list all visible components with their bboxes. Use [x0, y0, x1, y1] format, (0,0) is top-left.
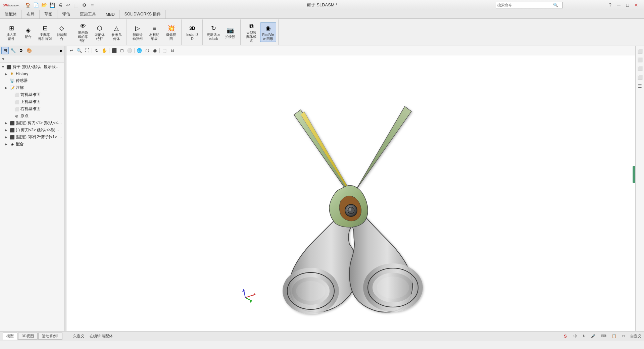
vt-view-btn[interactable]: 🌐 — [136, 47, 143, 54]
status-customize[interactable]: 自定义 — [630, 334, 641, 339]
tree-front-plane-item[interactable]: ⬜ 前视基准面 — [0, 91, 64, 98]
status-tab-3dview[interactable]: 3D视图 — [18, 333, 38, 340]
origin-icon: ⊕ — [14, 113, 19, 119]
tree-annotation-item[interactable]: ▶ 📝 注解 — [0, 84, 64, 91]
options-btn[interactable]: ≡ — [89, 1, 96, 9]
tab-evaluate[interactable]: 评估 — [57, 10, 75, 18]
panel-toggle[interactable] — [633, 166, 635, 183]
panel-tab-property[interactable]: 🔧 — [9, 47, 17, 54]
status-scissors-icon[interactable]: ✂ — [622, 334, 625, 338]
ribbon-group-show-buttons: 👁 显示隐 藏的零 部件 ⬡ 装配体 特征 △ 参考几 何体 — [75, 20, 125, 44]
search-box[interactable]: 🔍 — [496, 2, 563, 8]
snapshot-btn[interactable]: 📷 拍快照 — [222, 24, 238, 41]
vt-rotate-btn[interactable]: ↻ — [93, 47, 100, 54]
print-btn[interactable]: 🖨 — [56, 1, 64, 9]
status-tab-model[interactable]: 模型 — [3, 333, 17, 340]
rt-lights-btn[interactable]: ⬜ — [636, 65, 644, 72]
status-mic[interactable]: 🎤 — [591, 334, 596, 338]
new-btn[interactable]: 📄 — [32, 1, 40, 9]
vt-display-btn[interactable]: ⬡ — [143, 47, 151, 54]
update-speedpak-btn[interactable]: ↻ 更新 Speedpak — [205, 22, 221, 42]
vt-zoom-fit-btn[interactable]: ⛶ — [83, 47, 91, 54]
restore-btn[interactable]: □ — [624, 1, 631, 9]
status-keyboard[interactable]: ⌨ — [601, 334, 606, 338]
status-tab-motion[interactable]: 运动算例1 — [38, 333, 62, 340]
ribbon-group-speedpak: ↻ 更新 Speedpak 📷 拍快照 — [203, 19, 241, 45]
insert-component-btn[interactable]: ⊞ 插入零 部件 — [3, 22, 19, 42]
vt-shaded-btn[interactable]: ⬛ — [110, 47, 118, 54]
tab-assembly[interactable]: 装配体 — [0, 10, 22, 18]
assembly-feature-icon: ⬡ — [95, 23, 104, 33]
vt-zoom-in-btn[interactable]: 🔍 — [76, 47, 83, 54]
vt-arrow-btn[interactable]: ↩ — [68, 47, 75, 54]
rt-camera-btn[interactable]: ⬜ — [636, 73, 644, 81]
tab-sketch[interactable]: 草图 — [40, 10, 57, 18]
rt-appearance-btn[interactable]: ⬜ — [636, 47, 644, 55]
linear-pattern-label: 支配零 部件特列 — [38, 33, 52, 41]
explode-btn[interactable]: 💥 爆炸视 图 — [163, 22, 179, 42]
smart-mate-label: 智能配 合 — [55, 33, 69, 41]
tree-scissors2-item[interactable]: ▶ ⬛ (-) 剪刀<2> (默认<<默认>_显示状态-1>) — [0, 127, 64, 134]
title-bar: SW SOLIDWORKS 🏠 📄 📂 💾 🖨 ↩ ⬚ ⚙ ≡ 剪子.SLDAS… — [0, 0, 644, 10]
snapshot-label: 拍快照 — [225, 35, 235, 39]
snapshot-icon: 📷 — [226, 26, 235, 35]
vt-section-btn[interactable]: ⬚ — [161, 47, 168, 54]
instant3d-icon: 3D — [188, 23, 197, 33]
rt-scene-btn[interactable]: ⬜ — [636, 56, 644, 63]
vt-screen-btn[interactable]: 🖥 — [168, 47, 176, 54]
open-btn[interactable]: 📂 — [40, 1, 48, 9]
instant3d-btn[interactable]: 3D Instant3D — [184, 22, 200, 42]
vt-pan-btn[interactable]: ✋ — [101, 47, 108, 54]
smart-mate-btn[interactable]: ◇ 智能配 合 — [54, 22, 70, 42]
show-hidden-icon: 👁 — [78, 21, 88, 31]
save-btn[interactable]: 💾 — [48, 1, 56, 9]
vt-hidden-btn[interactable]: ⚪ — [126, 47, 133, 54]
select-btn[interactable]: ⬚ — [72, 1, 80, 9]
search-icon[interactable]: 🔍 — [553, 3, 558, 7]
tab-mbd[interactable]: MBD — [101, 10, 120, 18]
home-btn[interactable]: 🏠 — [24, 1, 32, 9]
panel-tab-feature[interactable]: ⊞ — [1, 47, 9, 54]
tree-part2-item[interactable]: ▶ ⬛ (固定) [零件2^剪子]<1> ->? (默认<<默认>_显示...) — [0, 134, 64, 141]
right-toolbar: ⬜ ⬜ ⬜ ⬜ ☰ — [635, 46, 644, 331]
ribbon: 装配体 布局 草图 评估 渲染工具 MBD SOLIDWORKS 插件 ⊞ 插入… — [0, 10, 644, 46]
tree-origin-item[interactable]: ⊕ 原点 — [0, 112, 64, 119]
tree-top-plane-item[interactable]: ⬜ 上视基准面 — [0, 98, 64, 105]
tab-render[interactable]: 渲染工具 — [75, 10, 101, 18]
tab-plugins[interactable]: SOLIDWORKS 插件 — [120, 10, 166, 18]
new-motion-btn[interactable]: ▷ 新建运 动算例 — [130, 22, 146, 42]
linear-pattern-btn[interactable]: ⊟ 支配零 部件特列 — [37, 22, 53, 42]
left-panel: ⊞ 🔧 ⚙ 🎨 ▶ ▼ ▼ ⬛ 剪子 (默认<默认_显示状态-1>) ▶ H H… — [0, 46, 64, 331]
tree-root-item[interactable]: ▼ ⬛ 剪子 (默认<默认_显示状态-1>) — [0, 63, 64, 70]
panel-tab-config[interactable]: ⚙ — [17, 47, 25, 54]
vt-sep2 — [109, 48, 109, 53]
tab-layout[interactable]: 布局 — [22, 10, 40, 18]
assembly-feature-btn[interactable]: ⬡ 装配体 特征 — [92, 22, 108, 42]
minimize-btn[interactable]: ─ — [615, 1, 623, 9]
undo-btn[interactable]: ↩ — [64, 1, 72, 9]
tree-right-plane-item[interactable]: ⬜ 右视基准面 — [0, 105, 64, 112]
reference-geo-btn[interactable]: △ 参考几 何体 — [108, 22, 125, 42]
rebuild-btn[interactable]: ⚙ — [81, 1, 88, 9]
show-hidden-btn[interactable]: 👁 显示隐 藏的零 部件 — [75, 20, 91, 44]
panel-tab-appearance[interactable]: 🎨 — [26, 47, 33, 54]
help-question-btn[interactable]: ? — [606, 1, 614, 9]
vt-wireframe-btn[interactable]: ◻ — [118, 47, 126, 54]
status-clipboard[interactable]: 📋 — [612, 334, 616, 338]
close-btn[interactable]: ✕ — [633, 1, 640, 9]
mate-btn[interactable]: ◈ 配合 — [20, 24, 36, 41]
bom-btn[interactable]: ≡ 材料明 细表 — [146, 22, 162, 42]
panel-expand-arrow[interactable]: ▶ — [60, 48, 63, 53]
search-input[interactable] — [496, 3, 553, 7]
vt-lights-btn[interactable]: ◉ — [151, 47, 158, 54]
tree-history-item[interactable]: ▶ H History — [0, 70, 64, 77]
viewport[interactable]: ↩ 🔍 ⛶ ↻ ✋ ⬛ ◻ ⚪ 🌐 ⬡ ◉ ⬚ 🖥 — [66, 46, 635, 331]
tree-sensor-item[interactable]: 📡 传感器 — [0, 77, 64, 84]
large-assembly-btn[interactable]: ⧉ 大型装 配体模 式 — [243, 20, 259, 44]
realview-btn[interactable]: ◉ RealView 图形 — [260, 22, 276, 42]
svg-marker-15 — [253, 293, 255, 296]
rt-display-btn[interactable]: ☰ — [636, 82, 644, 90]
root-item-label: 剪子 (默认<默认_显示状态-1>) — [12, 64, 63, 70]
tree-mate-item[interactable]: ▶ ◈ 配合 — [0, 141, 64, 148]
tree-scissors1-item[interactable]: ▶ ⬛ (固定) 剪刀<1> (默认<<默认>_显示状态-1>) — [0, 119, 64, 127]
